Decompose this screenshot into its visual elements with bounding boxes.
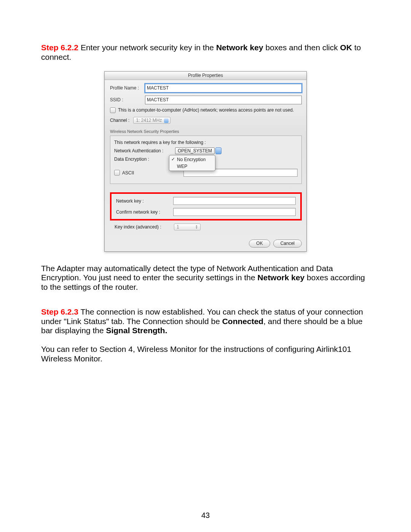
channel-label: Channel : <box>110 118 129 123</box>
encryption-dropdown[interactable]: No Encryption WEP <box>169 155 215 171</box>
dialog-title: Profile Properties <box>105 72 306 80</box>
ok-button[interactable]: OK <box>249 240 270 247</box>
stepper-icon[interactable] <box>215 147 221 154</box>
cancel-button[interactable]: Cancel <box>273 240 302 247</box>
ssid-label: SSID : <box>110 97 145 102</box>
ascii-label: ASCII <box>122 170 134 176</box>
text: Enter your network security key in the <box>78 43 216 52</box>
network-auth-select[interactable]: OPEN_SYSTEM <box>175 147 215 154</box>
encryption-option-no-encryption[interactable]: No Encryption <box>169 156 215 163</box>
encryption-option-wep[interactable]: WEP <box>169 163 215 170</box>
step-6-2-2-paragraph: Step 6.2.2 Enter your network security k… <box>41 43 370 62</box>
confirm-network-key-label: Confirm network key : <box>116 209 173 215</box>
data-encryption-label: Data Encryption : <box>114 157 160 162</box>
profile-name-input[interactable] <box>145 84 302 93</box>
key-index-value: 1 <box>177 224 179 230</box>
connected-bold: Connected <box>222 317 264 326</box>
channel-select[interactable]: 1: 2412 MHz <box>133 117 170 124</box>
final-paragraph: You can refer to Section 4, Wireless Mon… <box>41 345 370 364</box>
network-key-highlight-box: Network key : Confirm network key : <box>110 192 302 220</box>
ascii-checkbox[interactable] <box>114 170 120 176</box>
network-key-bold: Network key <box>258 273 305 282</box>
security-properties-box: This network requires a key for the foll… <box>110 136 302 184</box>
security-section-caption: Wireless Network Security Properties <box>110 129 302 134</box>
adhoc-text: This is a computer-to-computer (AdHoc) n… <box>118 107 294 113</box>
network-auth-label: Network Authentication : <box>114 148 175 153</box>
ssid-input[interactable] <box>145 96 302 104</box>
network-key-bold: Network key <box>216 43 263 52</box>
step-6-2-2-label: Step 6.2.2 <box>41 43 78 52</box>
adhoc-checkbox[interactable] <box>110 107 116 113</box>
key-index-label: Key index (advanced) : <box>110 224 174 230</box>
stepper-icon[interactable]: ▲▼ <box>195 225 198 229</box>
network-key-label: Network key : <box>116 198 173 204</box>
signal-strength-bold: Signal Strength. <box>106 326 167 335</box>
step-6-2-3-paragraph: Step 6.2.3 The connection is now establi… <box>41 307 370 335</box>
profile-name-label: Profile Name : <box>110 85 145 91</box>
text: boxes and then click <box>263 43 340 52</box>
step-6-2-3-label: Step 6.2.3 <box>41 307 78 316</box>
network-key-input[interactable] <box>173 197 296 205</box>
page-number: 43 <box>0 511 411 520</box>
confirm-network-key-input[interactable] <box>173 208 296 216</box>
ok-bold: OK <box>340 43 352 52</box>
key-index-select[interactable]: 1 ▲▼ <box>174 224 201 230</box>
profile-properties-dialog: Profile Properties Profile Name : SSID :… <box>104 71 307 252</box>
after-dialog-paragraph: The Adapter may automatically detect the… <box>41 264 370 292</box>
requires-key-text: This network requires a key for the foll… <box>114 140 298 145</box>
